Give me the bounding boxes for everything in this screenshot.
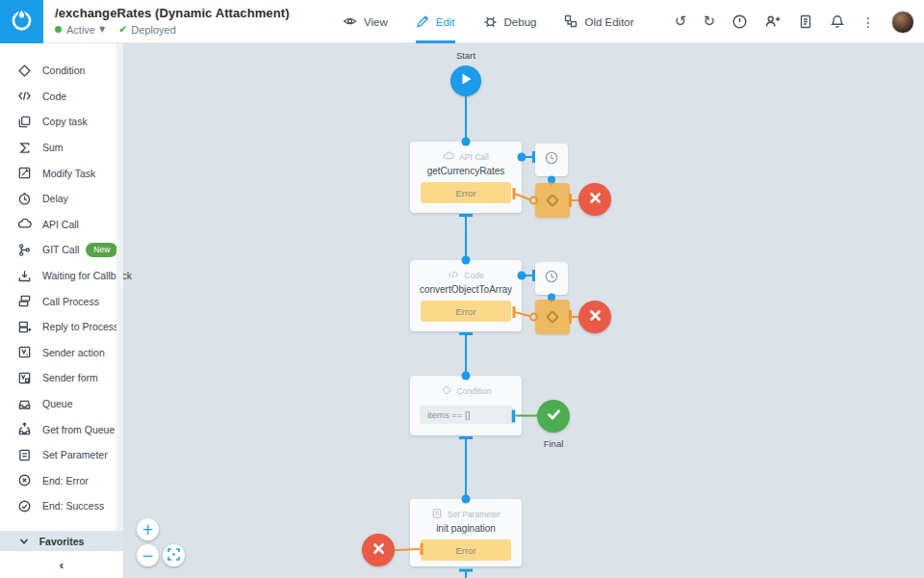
app-logo[interactable] [0,0,43,43]
git-branch-icon [17,243,32,257]
add-user-icon[interactable] [764,13,782,30]
end-error-node[interactable] [362,534,395,566]
tab-view[interactable]: View [343,0,388,43]
error-branch-bar[interactable]: Error [421,182,511,203]
node-title: init pagination [410,521,522,539]
sidebar-collapse-button[interactable]: ‹ [0,551,123,578]
sidebar-item-queue[interactable]: Queue [0,391,123,417]
node-type-label: API Call [459,152,489,162]
flow-canvas[interactable]: Start API Call getCurrencyRates Error [123,43,924,578]
sidebar-item-get-from-queue[interactable]: Get from Queue [0,416,123,442]
fit-to-screen-button[interactable] [163,544,185,566]
sidebar-item-api-call[interactable]: API Call [0,212,123,238]
alert-info-icon[interactable] [732,13,748,30]
sender-form-icon [17,371,32,385]
sidebar-item-copy-task[interactable]: Copy task [0,109,123,135]
node-title: getCurrencyRates [410,164,522,182]
tab-old-editor[interactable]: Old Editor [564,0,633,43]
delay-node[interactable] [535,144,568,176]
set-parameter-node[interactable]: Set Parameter init pagination Error [410,499,522,566]
chevron-down-icon [19,537,29,546]
cloud-icon [17,217,32,231]
eye-icon [343,14,357,30]
end-error-node[interactable] [578,183,611,216]
reply-process-icon [17,320,32,334]
flowchart-icon [564,14,578,30]
code-icon [17,89,32,103]
chevron-down-icon[interactable]: ▼ [99,25,105,34]
error-condition-node[interactable] [535,300,570,334]
kebab-menu-icon[interactable]: ⋮ [861,15,875,29]
clipboard-list-icon[interactable] [798,13,813,30]
user-avatar[interactable] [891,11,914,34]
node-title: convertObjectToArray [410,282,522,301]
get-from-queue-icon [17,422,32,436]
sidebar-item-reply-to-process[interactable]: Reply to Process [0,314,123,340]
sidebar-item-sender-form[interactable]: Sender form [0,365,123,391]
end-success-node[interactable] [537,400,570,433]
condition-icon [17,64,32,78]
end-error-node[interactable] [578,301,611,333]
deployed-status-label: Deployed [131,24,175,36]
sidebar-item-waiting-for-callback[interactable]: Waiting for Callback [0,263,123,289]
set-parameter-icon [17,448,32,462]
sidebar-item-condition[interactable]: Condition [0,58,123,84]
x-icon [372,541,385,559]
sidebar-item-git-call[interactable]: GIT Call New [0,237,123,263]
code-node[interactable]: Code convertObjectToArray Error [410,260,522,331]
condition-diamond-icon [546,194,559,207]
sender-action-icon [17,345,32,359]
error-branch-bar[interactable]: Error [421,539,511,561]
callback-icon [17,269,32,283]
sidebar-item-sum[interactable]: Sum [0,135,123,161]
process-editor-window: /exchangeRates (Dynamic Attachment) Acti… [0,0,924,578]
corezoid-logo-icon [9,7,35,37]
delay-node[interactable] [535,262,568,295]
zoom-in-button[interactable]: + [137,518,159,540]
sidebar-item-sender-action[interactable]: Sender action [0,340,123,366]
error-condition-node[interactable] [535,183,570,218]
condition-node[interactable]: Condition items == [] [410,376,522,435]
sidebar-item-code[interactable]: Code [0,84,123,110]
pencil-icon [416,14,429,30]
start-node[interactable] [450,66,481,96]
end-error-icon [17,473,32,487]
redo-icon[interactable]: ↻ [703,14,715,29]
play-icon [460,72,473,90]
header-actions: ↺ ↻ ⋮ [675,0,914,43]
sidebar-item-modify-task[interactable]: Modify Task [0,160,123,186]
set-parameter-icon [431,508,443,521]
x-icon [589,308,602,326]
new-badge: New [86,243,117,257]
sidebar-item-end-error[interactable]: End: Error [0,468,123,494]
end-success-icon [17,499,32,513]
bell-icon[interactable] [830,13,845,30]
condition-expression-bar[interactable]: items == [] [420,406,513,424]
check-icon [547,407,561,425]
tab-debug[interactable]: Debug [483,0,537,43]
tab-edit[interactable]: Edit [416,0,455,43]
copy-icon [17,115,32,129]
sidebar-item-end-success[interactable]: End: Success [0,493,123,519]
sidebar-item-delay[interactable]: Delay [0,186,123,212]
start-label: Start [447,50,485,61]
flow-connectors [123,43,924,578]
undo-icon[interactable]: ↺ [675,14,687,29]
favorites-section-header[interactable]: Favorites [0,531,123,551]
clock-icon [544,150,559,170]
bug-icon [483,14,498,30]
node-type-label: Code [464,271,483,280]
sidebar-item-set-parameter[interactable]: Set Parameter [0,442,123,468]
fit-screen-icon [167,547,180,565]
call-process-icon [17,294,32,308]
error-branch-bar[interactable]: Error [421,301,511,322]
sidebar-item-call-process[interactable]: Call Process [0,288,123,314]
api-call-node[interactable]: API Call getCurrencyRates Error [410,142,522,213]
mode-tabs: View Edit Debug Old Editor [343,0,634,43]
sidebar-scrollbar[interactable] [116,43,123,531]
zoom-out-button[interactable]: − [137,544,159,566]
queue-icon [17,397,32,411]
active-status-dropdown[interactable]: Active [66,24,95,36]
clock-icon [17,192,32,206]
process-title: /exchangeRates (Dynamic Attachment) [55,6,290,20]
